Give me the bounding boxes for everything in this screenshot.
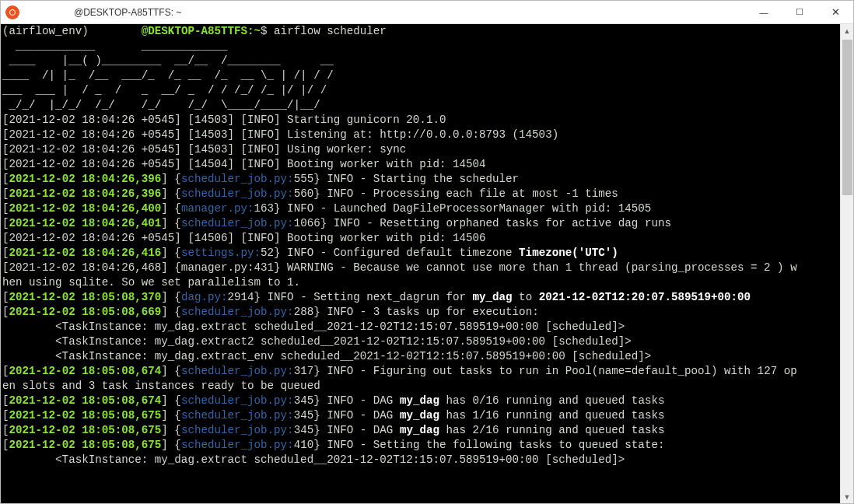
window-title: @DESKTOP-A85TTFS: ~: [27, 7, 181, 18]
titlebar[interactable]: @DESKTOP-A85TTFS: ~ — ☐ ✕: [1, 1, 853, 24]
scroll-down-icon[interactable]: ▼: [841, 490, 853, 503]
maximize-button[interactable]: ☐: [782, 1, 817, 24]
vertical-scrollbar[interactable]: ▲ ▼: [840, 24, 853, 503]
app-window: @DESKTOP-A85TTFS: ~ — ☐ ✕ (airflow_env) …: [0, 0, 854, 504]
scroll-thumb[interactable]: [842, 40, 852, 195]
scroll-up-icon[interactable]: ▲: [841, 24, 853, 37]
content-wrap: (airflow_env) @DESKTOP-A85TTFS:~$ airflo…: [1, 24, 853, 503]
minimize-button[interactable]: —: [746, 1, 782, 24]
ubuntu-icon: [5, 5, 19, 19]
terminal[interactable]: (airflow_env) @DESKTOP-A85TTFS:~$ airflo…: [1, 24, 840, 503]
close-button[interactable]: ✕: [817, 1, 853, 24]
